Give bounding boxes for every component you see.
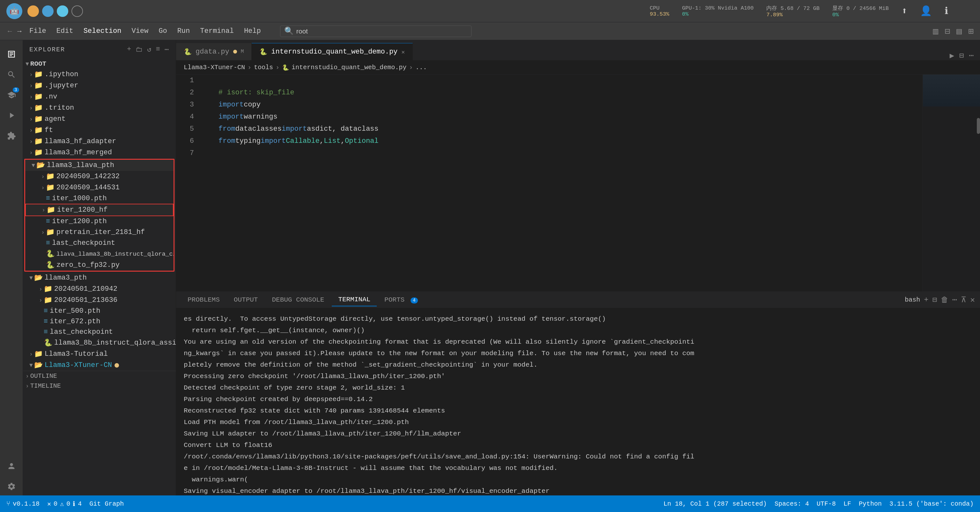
menu-view[interactable]: View (126, 25, 153, 37)
window-control-close[interactable] (27, 5, 39, 17)
folder-icon: 📁 (34, 104, 43, 112)
timeline-header[interactable]: › TIMELINE (23, 381, 176, 391)
status-spaces[interactable]: Spaces: 4 (775, 500, 809, 507)
tree-item-tutorial[interactable]: › 📁 Llama3-Tutorial (23, 349, 176, 360)
menu-edit[interactable]: Edit (51, 25, 78, 37)
scrollbar-thumb[interactable] (977, 118, 980, 134)
tree-item-last-checkpoint[interactable]: › ≡ last_checkpoint (25, 238, 173, 248)
activity-extensions[interactable] (3, 127, 21, 145)
tree-item-20240501-210942[interactable]: › 📁 20240501_210942 (23, 284, 176, 295)
tree-item-iter-672[interactable]: › ≡ iter_672.pth (23, 316, 176, 327)
status-language[interactable]: Python (859, 500, 882, 507)
tree-item-20240501-213636[interactable]: › 📁 20240501_213636 (23, 295, 176, 306)
run-file-icon[interactable]: ▶ (950, 51, 954, 60)
more-terminal-icon[interactable]: ⋯ (952, 295, 957, 304)
menu-selection[interactable]: Selection (78, 25, 127, 37)
tree-item-xtuner-cn[interactable]: ▼ 📂 Llama3-XTuner-CN (23, 360, 176, 371)
code-content[interactable]: # isort: skip_file import copy import wa… (199, 75, 923, 292)
layout-icon[interactable]: ⊟ (945, 26, 950, 36)
status-encoding[interactable]: UTF-8 (817, 500, 836, 507)
more-options-icon[interactable]: ⋯ (165, 45, 169, 54)
window-control-max[interactable] (57, 5, 68, 17)
window-control-min[interactable] (42, 5, 54, 17)
status-git[interactable]: ⑂ v0.1.18 (6, 500, 40, 507)
panel-tab-terminal[interactable]: TERMINAL (332, 293, 377, 306)
sidebar-toggle-icon[interactable]: ▥ (933, 26, 939, 36)
tree-item-hf-adapter[interactable]: › 📁 llama3_hf_adapter (23, 136, 176, 147)
status-line-ending[interactable]: LF (843, 500, 851, 507)
breadcrumb-part-3[interactable]: ... (415, 64, 427, 71)
more-editor-icon[interactable]: ⋯ (969, 51, 974, 60)
breadcrumb-part-2[interactable]: internstudio_quant_web_demo.py (291, 64, 406, 71)
tree-item-iter-1000[interactable]: › ≡ iter_1000.pth (25, 193, 173, 204)
activity-explorer[interactable] (3, 45, 21, 63)
code-line-1 (202, 75, 923, 87)
activity-source-control[interactable]: 3 (3, 86, 21, 104)
menu-terminal[interactable]: Terminal (195, 25, 239, 37)
search-input[interactable] (296, 27, 467, 35)
tree-item-llama3-pth[interactable]: ▼ 📂 llama3_pth (23, 272, 176, 284)
nav-back[interactable]: ← (6, 27, 13, 35)
status-git-graph[interactable]: Git Graph (89, 500, 124, 507)
panel-maximize-icon[interactable]: ⊼ (961, 295, 967, 304)
collapse-icon[interactable]: ≡ (156, 45, 161, 54)
activity-account[interactable] (3, 457, 21, 475)
breadcrumb-part-1[interactable]: tools (254, 64, 273, 71)
search-bar[interactable]: 🔍 (280, 25, 471, 37)
kill-terminal-icon[interactable]: 🗑 (941, 295, 948, 304)
terminal-content[interactable]: es directly. To access UntypedStorage di… (176, 308, 980, 495)
customize-icon[interactable]: ⊞ (968, 26, 974, 36)
status-position[interactable]: Ln 18, Col 1 (287 selected) (663, 500, 767, 507)
menu-run[interactable]: Run (172, 25, 195, 37)
panel-tab-ports[interactable]: PORTS 4 (378, 293, 424, 306)
tree-item-qlora-py[interactable]: › 🐍 llama3_8b_instruct_qlora_assistant.p… (23, 337, 176, 349)
tree-item-nv[interactable]: › 📁 .nv (23, 91, 176, 102)
new-file-icon[interactable]: + (127, 45, 132, 54)
tree-item-pretrain[interactable]: › 📁 pretrain_iter_2181_hf (25, 227, 173, 238)
panel-close-icon[interactable]: ✕ (970, 295, 975, 304)
window-control-extra[interactable] (72, 5, 83, 17)
status-python-ver[interactable]: 3.11.5 ('base': conda) (889, 500, 974, 507)
new-folder-icon[interactable]: 🗀 (135, 45, 143, 54)
breadcrumb-part-0[interactable]: Llama3-XTuner-CN (184, 64, 245, 71)
info-icon[interactable]: ℹ (945, 5, 948, 17)
activity-search[interactable] (3, 66, 21, 84)
menu-go[interactable]: Go (153, 25, 172, 37)
split-terminal-icon[interactable]: ⊟ (932, 295, 937, 304)
tree-item-jupyter[interactable]: › 📁 .jupyter (23, 80, 176, 91)
profile-icon[interactable]: 👤 (920, 5, 932, 17)
menu-file[interactable]: File (24, 25, 51, 37)
tab-internstudio[interactable]: 🐍 internstudio_quant_web_demo.py ✕ (252, 43, 413, 60)
panel-toggle-icon[interactable]: ▤ (956, 26, 962, 36)
panel-tab-problems[interactable]: PROBLEMS (181, 293, 226, 306)
panel-tab-debug[interactable]: DEBUG CONSOLE (266, 293, 331, 306)
tree-item-hf-merged[interactable]: › 📁 llama3_hf_merged (23, 147, 176, 158)
new-terminal-icon[interactable]: + (924, 296, 928, 304)
nav-forward[interactable]: → (16, 27, 23, 35)
tree-item-llava-py[interactable]: › 🐍 llava_llama3_8b_instruct_qlora_clip_… (25, 248, 173, 260)
tree-item-iter-1200-hf[interactable]: › 📁 iter_1200_hf (25, 204, 173, 216)
tree-item-iter-500[interactable]: › ≡ iter_500.pth (23, 306, 176, 316)
tree-item-llava-pth[interactable]: ▼ 📂 llama3_llava_pth (25, 160, 173, 171)
tree-item-zero-py[interactable]: › 🐍 zero_to_fp32.py (25, 260, 173, 271)
tree-item-triton[interactable]: › 📁 .triton (23, 102, 176, 114)
tree-item-20240509-144531[interactable]: › 📁 20240509_144531 (25, 182, 173, 193)
tree-item-agent[interactable]: › 📁 agent (23, 114, 176, 125)
tree-item-iter-1200-pth[interactable]: › ≡ iter_1200.pth (25, 216, 173, 227)
panel-tab-output[interactable]: OUTPUT (228, 293, 264, 306)
outline-header[interactable]: › OUTLINE (23, 371, 176, 381)
tree-item-ft[interactable]: › 📁 ft (23, 125, 176, 136)
tab-gdata[interactable]: 🐍 gdata.py M (176, 43, 252, 60)
tree-item-ipython[interactable]: › 📁 .ipython (23, 69, 176, 80)
menu-help[interactable]: Help (239, 25, 266, 37)
tab-close-icon[interactable]: ✕ (401, 48, 405, 55)
tree-item-20240509-142232[interactable]: › 📁 20240509_142232 (25, 171, 173, 182)
activity-run[interactable] (3, 106, 21, 124)
tree-item-last-checkpoint2[interactable]: › ≡ last_checkpoint (23, 327, 176, 337)
upload-icon[interactable]: ⬆ (902, 5, 907, 17)
refresh-icon[interactable]: ↺ (147, 45, 152, 54)
status-errors[interactable]: ✕ 0 ⚠ 0 ℹ 4 (47, 500, 82, 508)
activity-settings[interactable] (3, 477, 21, 495)
split-editor-icon[interactable]: ⊟ (959, 51, 964, 60)
tree-root[interactable]: ▼ ROOT (23, 59, 176, 69)
